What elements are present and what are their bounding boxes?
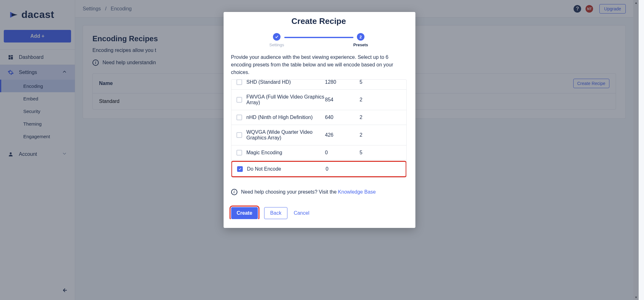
modal-actions: Create Back Cancel bbox=[224, 195, 414, 219]
preset-checkbox[interactable] bbox=[236, 97, 242, 103]
preset-row[interactable]: FWVGA (Full Wide Video Graphics Array)85… bbox=[231, 90, 406, 110]
step-label: Settings bbox=[269, 42, 284, 47]
modal-help-text: Need help choosing your presets? Visit t… bbox=[241, 189, 376, 195]
step-number-icon: 2 bbox=[357, 33, 364, 41]
preset-checkbox[interactable] bbox=[236, 132, 242, 138]
preset-width: 854 bbox=[325, 97, 360, 103]
preset-name: nHD (Ninth of High Definition) bbox=[247, 115, 325, 120]
step-label: Presets bbox=[353, 42, 368, 47]
preset-name: Do Not Encode bbox=[247, 166, 326, 172]
modal-description: Provide your audience with the best view… bbox=[231, 54, 407, 76]
preset-checkbox[interactable] bbox=[236, 115, 242, 120]
step-settings: Settings bbox=[269, 33, 284, 47]
step-complete-icon bbox=[273, 33, 280, 41]
preset-scroll[interactable]: SHD (Standard HD)12805FWVGA (Full Wide V… bbox=[231, 80, 406, 177]
step-presets: 2 Presets bbox=[353, 33, 368, 47]
modal-title: Create Recipe bbox=[224, 12, 414, 26]
preset-value: 2 bbox=[360, 97, 379, 103]
stepper: Settings 2 Presets bbox=[224, 26, 414, 49]
info-icon: i bbox=[231, 189, 237, 195]
preset-value: 5 bbox=[360, 150, 379, 156]
knowledge-base-link[interactable]: Knowledge Base bbox=[338, 189, 376, 195]
preset-table: SHD (Standard HD)12805FWVGA (Full Wide V… bbox=[231, 79, 407, 178]
preset-value: 2 bbox=[360, 132, 379, 138]
preset-row[interactable]: SHD (Standard HD)12805 bbox=[231, 80, 406, 90]
preset-row[interactable]: Magic Encoding05 bbox=[231, 145, 406, 160]
preset-name: SHD (Standard HD) bbox=[247, 80, 325, 85]
preset-row[interactable]: nHD (Ninth of High Definition)6402 bbox=[231, 110, 406, 125]
preset-value: 5 bbox=[360, 80, 379, 85]
preset-width: 426 bbox=[325, 132, 360, 138]
cancel-button[interactable]: Cancel bbox=[294, 210, 309, 216]
preset-row[interactable]: Do Not Encode0 bbox=[231, 161, 406, 177]
preset-width: 640 bbox=[325, 115, 360, 120]
create-button[interactable]: Create bbox=[231, 207, 258, 219]
preset-name: FWVGA (Full Wide Video Graphics Array) bbox=[247, 94, 325, 105]
preset-width: 1280 bbox=[325, 80, 360, 85]
preset-width: 0 bbox=[326, 166, 360, 172]
preset-checkbox[interactable] bbox=[236, 80, 242, 85]
create-recipe-modal: Create Recipe Settings 2 Presets bbox=[224, 12, 415, 228]
preset-name: WQVGA (Wide Quarter Video Graphics Array… bbox=[247, 129, 325, 141]
back-button[interactable]: Back bbox=[264, 207, 287, 219]
preset-width: 0 bbox=[325, 150, 360, 156]
step-connector bbox=[284, 37, 353, 38]
preset-row[interactable]: WQVGA (Wide Quarter Video Graphics Array… bbox=[231, 125, 406, 145]
preset-checkbox[interactable] bbox=[236, 150, 242, 156]
preset-value: 2 bbox=[360, 115, 379, 120]
modal-help-row: i Need help choosing your presets? Visit… bbox=[224, 178, 414, 195]
modal-overlay[interactable]: Create Recipe Settings 2 Presets bbox=[0, 0, 639, 300]
preset-checkbox[interactable] bbox=[237, 166, 243, 172]
preset-name: Magic Encoding bbox=[247, 150, 325, 156]
